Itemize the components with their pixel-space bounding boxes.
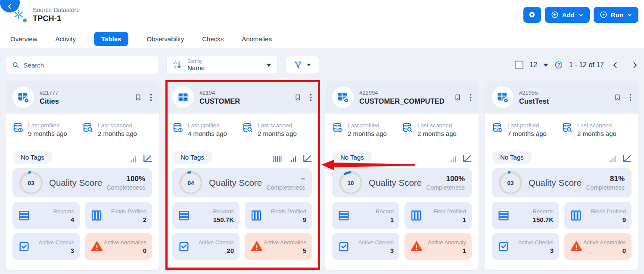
select-all-checkbox[interactable]: [515, 61, 523, 69]
sort-dropdown[interactable]: A Z Sort by Name: [166, 56, 278, 74]
stat-tile-fields-profiled: Fields Profiled 2: [85, 202, 152, 229]
database-profile-icon: [172, 122, 184, 133]
records-icon: [498, 209, 510, 222]
toolbar: A Z Sort by Name 12 ? 1 - 12 of 17: [0, 48, 644, 74]
table-icon: [177, 91, 189, 103]
table-name[interactable]: Cities: [40, 97, 59, 105]
search-field[interactable]: [24, 62, 152, 69]
stat-label: Active Checks: [190, 239, 234, 246]
histogram-icon[interactable]: [273, 155, 282, 163]
kebab-menu-icon[interactable]: [470, 93, 472, 102]
settings-button[interactable]: [523, 7, 541, 23]
table-name[interactable]: CUSTOMER_COMPUTED: [359, 97, 445, 105]
tab-observability[interactable]: Observability: [146, 32, 184, 46]
help-icon[interactable]: ?: [554, 61, 563, 69]
table-card-CUSTOMER[interactable]: #2194 CUSTOMER Last profiled 4 months ag…: [165, 81, 319, 270]
search-input[interactable]: [6, 56, 159, 74]
stat-label: Fields Profiled: [103, 208, 146, 215]
stat-label: Records: [30, 208, 74, 215]
svg-text:A: A: [174, 61, 177, 65]
anomaly-warning-icon: [570, 240, 583, 252]
table-id: #21777: [40, 89, 59, 96]
stat-label: Field Profiled: [422, 208, 466, 215]
quality-score-label: Quality Score: [529, 178, 582, 188]
breadcrumb: Source Datastore: [33, 6, 80, 13]
last-profiled-label: Last profiled: [188, 122, 227, 129]
stat-tile-records: Records 150.7K: [172, 202, 240, 229]
filter-dropdown[interactable]: [286, 56, 319, 74]
database-profile-icon: [332, 122, 343, 133]
last-profiled: Last profiled 4 months ago: [172, 122, 242, 137]
line-chart-icon[interactable]: [302, 154, 312, 163]
kebab-menu-icon[interactable]: [310, 93, 312, 102]
tab-activity[interactable]: Activity: [56, 32, 76, 46]
stat-tile-active-checks: Active Checks 20: [172, 233, 240, 260]
svg-text:Z: Z: [174, 65, 177, 69]
quality-score-value: 03: [22, 173, 41, 193]
kebab-menu-icon[interactable]: [150, 93, 152, 102]
bar-chart-icon[interactable]: [128, 155, 137, 163]
tab-checks[interactable]: Checks: [202, 32, 224, 46]
bookmark-icon[interactable]: [134, 93, 142, 102]
records-icon: [178, 209, 190, 222]
table-card-CustTest[interactable]: #21955 CustTest Last profiled 7 months a…: [485, 81, 638, 270]
next-page-icon[interactable]: [631, 62, 638, 69]
bar-chart-icon[interactable]: [607, 155, 616, 163]
bookmark-icon[interactable]: [614, 93, 621, 102]
chevron-down-icon: [266, 64, 271, 67]
last-scanned-label: Last scanned: [258, 122, 297, 129]
stat-label: Active Anomaly: [423, 239, 466, 246]
last-profiled-label: Last profiled: [348, 122, 387, 129]
svg-text:?: ?: [557, 62, 560, 68]
stat-value: 3: [30, 247, 74, 254]
bookmark-icon[interactable]: [454, 93, 461, 102]
completeness-label: Completeness: [267, 184, 305, 191]
stat-label: Active Anomalies: [103, 239, 146, 246]
quality-score-label: Quality Score: [369, 178, 422, 188]
stat-label: Record: [350, 208, 394, 215]
stat-value: 150.7K: [190, 216, 234, 223]
tab-tables[interactable]: Tables: [94, 32, 128, 46]
page-size-value[interactable]: 12: [529, 61, 537, 69]
tab-overview[interactable]: Overview: [10, 32, 37, 46]
add-button[interactable]: Add: [545, 7, 590, 23]
stat-tile-active-anomalies: Active Anomalies 0: [85, 233, 152, 260]
last-scanned: Last scanned 2 months ago: [562, 122, 632, 137]
kebab-menu-icon[interactable]: [629, 93, 632, 102]
bar-chart-icon[interactable]: [448, 155, 457, 163]
completeness-label: Completeness: [107, 184, 146, 191]
completeness-value: 100%: [107, 175, 146, 183]
table-name[interactable]: CUSTOMER: [199, 97, 240, 105]
gear-icon: [527, 10, 537, 19]
last-scanned: Last scanned 2 months ago: [242, 122, 312, 137]
page-size-caret-icon[interactable]: [543, 64, 548, 67]
quality-score-gauge: 10: [339, 171, 362, 194]
line-chart-icon[interactable]: [143, 154, 152, 163]
database-profile-icon: [492, 122, 503, 133]
line-chart-icon[interactable]: [622, 154, 632, 163]
stat-value: 4: [30, 216, 74, 223]
last-profiled-value: 2 months ago: [348, 130, 387, 137]
quality-score-value: 04: [181, 173, 201, 193]
database-profile-icon: [12, 122, 24, 133]
stat-value: 5: [263, 247, 306, 254]
stat-value: 3: [510, 247, 554, 254]
run-button[interactable]: Run: [594, 7, 638, 23]
table-gear-icon: [336, 91, 349, 104]
anomaly-warning-icon: [90, 240, 103, 252]
table-card-Cities[interactable]: #21777 Cities Last profiled 9 months ago…: [6, 81, 159, 270]
quality-score-tile: 10 Quality Score 100% Completeness: [332, 168, 472, 197]
table-name[interactable]: CustTest: [519, 97, 549, 105]
table-card-CUSTOMER_COMPUTED[interactable]: #22994 CUSTOMER_COMPUTED Last profiled 2…: [325, 81, 479, 270]
checks-icon: [178, 240, 190, 252]
line-chart-icon[interactable]: [462, 154, 472, 163]
tab-anomalies[interactable]: Anomalies: [242, 32, 272, 46]
completeness-label: Completeness: [586, 184, 625, 191]
prev-page-icon[interactable]: [612, 62, 619, 69]
table-id: #2194: [199, 89, 240, 96]
stat-label: Records: [190, 208, 234, 215]
checks-icon: [18, 240, 30, 252]
bookmark-icon[interactable]: [294, 93, 302, 102]
bar-chart-icon[interactable]: [288, 155, 297, 163]
chevron-down-icon: [307, 64, 311, 66]
